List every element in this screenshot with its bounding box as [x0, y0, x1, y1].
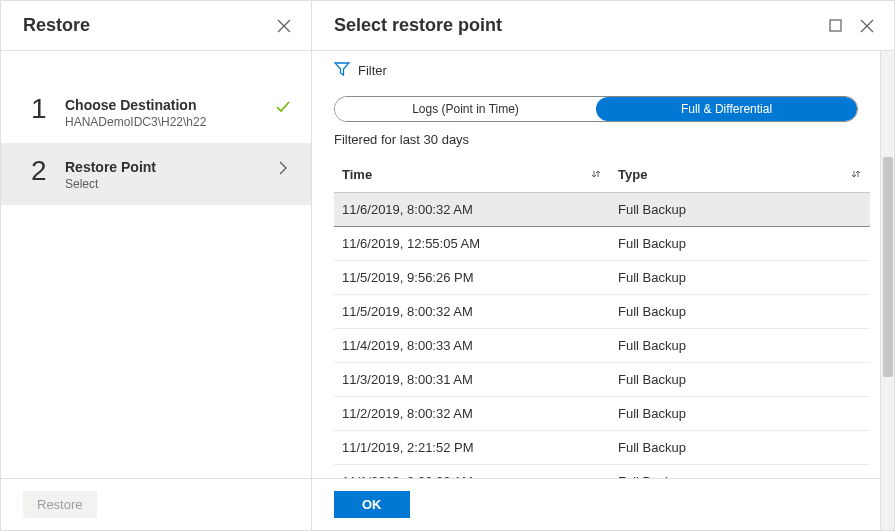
filter-button[interactable]: Filter [312, 51, 880, 90]
select-restore-point-footer: OK [312, 478, 880, 530]
table-row[interactable]: 11/5/2019, 9:56:26 PMFull Backup [334, 261, 870, 295]
tab-logs[interactable]: Logs (Point in Time) [335, 97, 596, 121]
close-icon[interactable] [275, 17, 293, 35]
checkmark-icon [273, 99, 293, 115]
restore-title: Restore [23, 15, 90, 36]
close-icon[interactable] [858, 17, 876, 35]
wizard-steps: 1 Choose Destination HANADemoIDC3\H22\h2… [1, 51, 311, 478]
table-row[interactable]: 11/1/2019, 8:00:32 AMFull Backup [334, 465, 870, 478]
restore-panel: Restore 1 Choose Destination HANADemoIDC… [1, 1, 312, 530]
scrollbar[interactable] [880, 51, 894, 530]
cell-type: Full Backup [602, 338, 862, 353]
cell-time: 11/5/2019, 8:00:32 AM [342, 304, 602, 319]
table-row[interactable]: 11/6/2019, 8:00:32 AMFull Backup [334, 193, 870, 227]
filter-info-text: Filtered for last 30 days [312, 132, 880, 157]
cell-type: Full Backup [602, 372, 862, 387]
table-row[interactable]: 11/6/2019, 12:55:05 AMFull Backup [334, 227, 870, 261]
select-restore-point-panel: Select restore point Filter [312, 1, 894, 530]
ok-button[interactable]: OK [334, 491, 410, 518]
step-subtitle: Select [65, 177, 273, 191]
svg-rect-0 [830, 20, 841, 31]
cell-time: 11/6/2019, 8:00:32 AM [342, 202, 602, 217]
restore-footer: Restore [1, 478, 311, 530]
cell-time: 11/3/2019, 8:00:31 AM [342, 372, 602, 387]
scrollbar-thumb[interactable] [883, 157, 893, 377]
select-restore-point-title: Select restore point [334, 15, 502, 36]
cell-time: 11/6/2019, 12:55:05 AM [342, 236, 602, 251]
cell-time: 11/2/2019, 8:00:32 AM [342, 406, 602, 421]
step-restore-point[interactable]: 2 Restore Point Select [1, 143, 311, 205]
restore-points-table: Time Type 11/6/2019, 8:00:32 AMF [334, 157, 874, 478]
maximize-icon[interactable] [826, 17, 844, 35]
cell-time: 11/4/2019, 8:00:33 AM [342, 338, 602, 353]
table-header: Time Type [334, 157, 870, 193]
table-row[interactable]: 11/5/2019, 8:00:32 AMFull Backup [334, 295, 870, 329]
table-row[interactable]: 11/4/2019, 8:00:33 AMFull Backup [334, 329, 870, 363]
column-header-time[interactable]: Time [342, 167, 602, 182]
chevron-right-icon [273, 161, 293, 175]
table-row[interactable]: 11/2/2019, 8:00:32 AMFull Backup [334, 397, 870, 431]
column-label: Time [342, 167, 372, 182]
cell-time: 11/5/2019, 9:56:26 PM [342, 270, 602, 285]
cell-type: Full Backup [602, 406, 862, 421]
cell-type: Full Backup [602, 202, 862, 217]
sort-icon [590, 168, 602, 182]
restore-type-tabs: Logs (Point in Time) Full & Differential [334, 96, 858, 122]
sort-icon [850, 168, 862, 182]
restore-header: Restore [1, 1, 311, 51]
column-label: Type [618, 167, 647, 182]
select-restore-point-header: Select restore point [312, 1, 894, 51]
filter-label: Filter [358, 63, 387, 78]
cell-type: Full Backup [602, 304, 862, 319]
table-row[interactable]: 11/3/2019, 8:00:31 AMFull Backup [334, 363, 870, 397]
cell-type: Full Backup [602, 440, 862, 455]
step-number: 1 [31, 95, 65, 123]
cell-time: 11/1/2019, 2:21:52 PM [342, 440, 602, 455]
step-number: 2 [31, 157, 65, 185]
table-row[interactable]: 11/1/2019, 2:21:52 PMFull Backup [334, 431, 870, 465]
cell-type: Full Backup [602, 236, 862, 251]
tab-full-differential[interactable]: Full & Differential [596, 97, 857, 121]
filter-icon [334, 61, 350, 80]
cell-type: Full Backup [602, 270, 862, 285]
column-header-type[interactable]: Type [602, 167, 862, 182]
step-choose-destination[interactable]: 1 Choose Destination HANADemoIDC3\H22\h2… [1, 81, 311, 143]
restore-button[interactable]: Restore [23, 491, 97, 518]
step-subtitle: HANADemoIDC3\H22\h22 [65, 115, 273, 129]
step-title: Choose Destination [65, 97, 273, 113]
step-title: Restore Point [65, 159, 273, 175]
